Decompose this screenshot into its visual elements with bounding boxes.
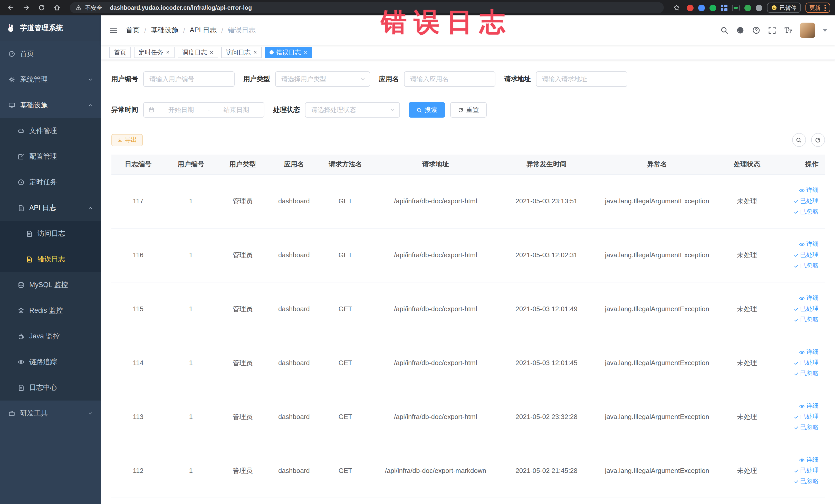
table-row: 115 1 管理员 dashboard GET /api/infra/db-do… bbox=[111, 282, 825, 336]
sidebar-item-system[interactable]: 系统管理 bbox=[0, 67, 101, 93]
sidebar-item-infra[interactable]: 基础设施 bbox=[0, 93, 101, 118]
export-button[interactable]: 导出 bbox=[111, 134, 143, 146]
sidebar-item-access-log[interactable]: 访问日志 bbox=[0, 221, 101, 246]
breadcrumb-separator: / bbox=[144, 26, 146, 34]
detail-link[interactable]: 详细 bbox=[798, 186, 819, 195]
browser-toolbar: 不安全 dashboard.yudao.iocoder.cn/infra/log… bbox=[0, 0, 835, 15]
detail-link[interactable]: 详细 bbox=[798, 240, 819, 248]
check-icon bbox=[793, 414, 798, 419]
paused-badge[interactable]: 已暂停 bbox=[767, 3, 801, 13]
search-icon[interactable] bbox=[720, 26, 728, 35]
detail-link[interactable]: 详细 bbox=[798, 294, 819, 302]
browser-home-icon[interactable] bbox=[51, 2, 63, 13]
processed-link[interactable]: 已处理 bbox=[793, 358, 819, 367]
filter-row-2: 异常时间 开始日期 - 结束日期 处理状态 请选择处理状态 bbox=[111, 102, 825, 118]
browser-reload-icon[interactable] bbox=[36, 2, 47, 13]
sidebar-item-trace[interactable]: 链路追踪 bbox=[0, 349, 101, 375]
sidebar-item-job[interactable]: 定时任务 bbox=[0, 169, 101, 195]
ignored-link[interactable]: 已忽略 bbox=[793, 477, 819, 486]
extension-icon-on[interactable] bbox=[732, 4, 739, 11]
sidebar-item-mysql[interactable]: MySQL 监控 bbox=[0, 272, 101, 298]
close-icon[interactable] bbox=[253, 50, 257, 55]
reset-button[interactable]: 重置 bbox=[450, 102, 487, 118]
table-toolbar: 导出 bbox=[111, 133, 825, 147]
toggle-search-button[interactable] bbox=[792, 133, 806, 147]
browser-back-icon[interactable] bbox=[5, 2, 16, 13]
ignored-link[interactable]: 已忽略 bbox=[793, 261, 819, 270]
java-icon bbox=[18, 333, 25, 340]
sidebar-item-java[interactable]: Java 监控 bbox=[0, 323, 101, 349]
refresh-table-button[interactable] bbox=[811, 133, 825, 147]
processed-link[interactable]: 已处理 bbox=[793, 304, 819, 313]
extension-icon-2[interactable] bbox=[698, 4, 705, 11]
chevron-down-icon bbox=[390, 107, 395, 113]
detail-link[interactable]: 详细 bbox=[798, 348, 819, 356]
sidebar-item-log-center[interactable]: 日志中心 bbox=[0, 375, 101, 401]
sidebar-item-api-log[interactable]: API 日志 bbox=[0, 195, 101, 221]
browser-forward-icon[interactable] bbox=[21, 2, 32, 13]
sidebar-item-config[interactable]: 配置管理 bbox=[0, 144, 101, 169]
sidebar-item-redis[interactable]: Redis 监控 bbox=[0, 298, 101, 323]
table-row: 112 1 管理员 dashboard GET /api/infra/db-do… bbox=[111, 444, 825, 498]
process-status-select[interactable]: 请选择处理状态 bbox=[305, 102, 400, 118]
ignored-link[interactable]: 已忽略 bbox=[793, 369, 819, 378]
bookmark-star-icon[interactable] bbox=[671, 2, 682, 13]
access-log-icon bbox=[26, 230, 33, 237]
filter-user-type: 用户类型 请选择用户类型 bbox=[243, 72, 370, 87]
update-button[interactable]: 更新 bbox=[805, 3, 830, 13]
caret-down-icon[interactable] bbox=[823, 29, 827, 32]
avatar[interactable] bbox=[799, 23, 815, 38]
github-icon[interactable] bbox=[736, 26, 744, 35]
security-warning-icon bbox=[76, 5, 82, 11]
tab-dispatch-log[interactable]: 调度日志 bbox=[178, 47, 218, 58]
user-id-input[interactable] bbox=[143, 72, 235, 87]
extension-icon-6[interactable] bbox=[755, 4, 762, 11]
request-url-input[interactable] bbox=[536, 72, 627, 87]
ignored-link[interactable]: 已忽略 bbox=[793, 207, 819, 216]
processed-link[interactable]: 已处理 bbox=[793, 250, 819, 259]
sidebar-collapse-icon[interactable] bbox=[109, 26, 118, 35]
processed-link[interactable]: 已处理 bbox=[793, 197, 819, 205]
tab-home[interactable]: 首页 bbox=[109, 47, 131, 58]
help-icon[interactable] bbox=[752, 26, 760, 35]
extension-icon-3[interactable] bbox=[709, 4, 716, 11]
app-name-input[interactable] bbox=[404, 72, 495, 87]
sidebar-item-dev-tools[interactable]: 研发工具 bbox=[0, 401, 101, 426]
tab-error-log[interactable]: 错误日志 bbox=[265, 47, 312, 58]
search-button[interactable]: 搜索 bbox=[409, 102, 445, 118]
breadcrumb-infra[interactable]: 基础设施 bbox=[151, 26, 179, 35]
table-row: 114 1 管理员 dashboard GET /api/infra/db-do… bbox=[111, 336, 825, 390]
address-bar[interactable]: 不安全 dashboard.yudao.iocoder.cn/infra/log… bbox=[70, 2, 664, 13]
fullscreen-icon[interactable] bbox=[768, 26, 776, 35]
tab-scheduled-task[interactable]: 定时任务 bbox=[134, 47, 175, 58]
date-range-picker[interactable]: 开始日期 - 结束日期 bbox=[143, 102, 264, 118]
processed-link[interactable]: 已处理 bbox=[793, 412, 819, 421]
request-url-label: 请求地址 bbox=[504, 75, 531, 84]
ignored-link[interactable]: 已忽略 bbox=[793, 315, 819, 324]
breadcrumb-home[interactable]: 首页 bbox=[126, 26, 140, 35]
user-type-select[interactable]: 请选择用户类型 bbox=[275, 72, 370, 87]
breadcrumb-api-log[interactable]: API 日志 bbox=[190, 26, 217, 35]
extension-icon-4[interactable] bbox=[720, 4, 727, 11]
extension-icon-5[interactable] bbox=[744, 4, 751, 11]
ignored-link[interactable]: 已忽略 bbox=[793, 423, 819, 432]
detail-link[interactable]: 详细 bbox=[798, 402, 819, 410]
sidebar-item-home[interactable]: 首页 bbox=[0, 41, 101, 67]
check-icon bbox=[793, 425, 798, 430]
sidebar-item-file[interactable]: 文件管理 bbox=[0, 118, 101, 144]
extension-icon-1[interactable] bbox=[687, 4, 693, 11]
close-icon[interactable] bbox=[209, 50, 213, 55]
breadcrumb-current: 错误日志 bbox=[228, 26, 256, 35]
process-status-label: 处理状态 bbox=[273, 105, 300, 115]
detail-link[interactable]: 详细 bbox=[798, 456, 819, 464]
close-icon[interactable] bbox=[303, 50, 307, 55]
error-log-table: 日志编号 用户编号 用户类型 应用名 请求方法名 请求地址 异常发生时间 异常名… bbox=[111, 155, 825, 498]
user-type-label: 用户类型 bbox=[243, 75, 270, 84]
sidebar-item-error-log[interactable]: 错误日志 bbox=[0, 246, 101, 272]
col-log-id: 日志编号 bbox=[111, 155, 165, 174]
tab-access-log[interactable]: 访问日志 bbox=[221, 47, 262, 58]
processed-link[interactable]: 已处理 bbox=[793, 466, 819, 475]
close-icon[interactable] bbox=[166, 50, 170, 55]
eye-icon bbox=[798, 241, 805, 247]
font-size-icon[interactable] bbox=[784, 26, 792, 35]
